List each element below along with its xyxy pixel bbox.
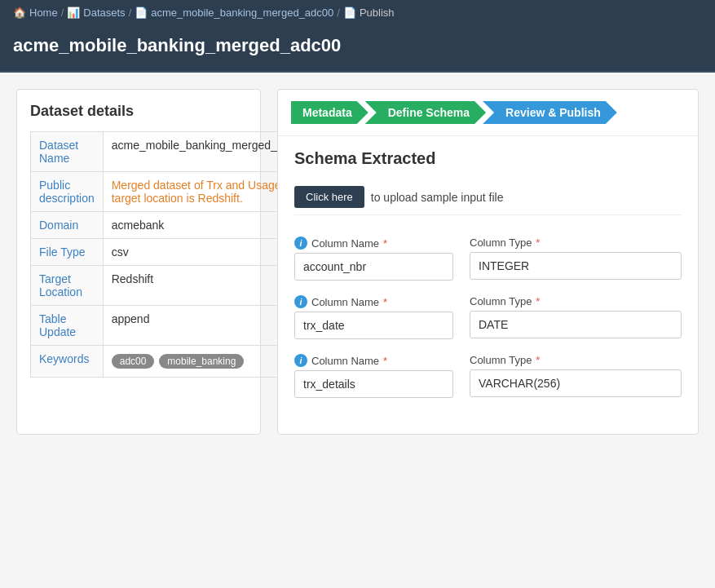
required-marker-3: * bbox=[383, 355, 387, 367]
breadcrumb-bar: 🏠 Home / 📊 Datasets / 📄 acme_mobile_bank… bbox=[0, 0, 715, 25]
required-marker-type-2: * bbox=[536, 295, 540, 307]
label-table-update: Table Update bbox=[31, 306, 104, 346]
field-group-column-type-3: Column Type * bbox=[470, 354, 682, 397]
info-icon-2: i bbox=[294, 295, 307, 308]
schema-row-2: i Column Name * Column Type * bbox=[294, 295, 682, 339]
column-name-label-1: i Column Name * bbox=[294, 237, 453, 250]
column-name-input-2[interactable] bbox=[294, 312, 453, 339]
field-group-column-name-1: i Column Name * bbox=[294, 237, 453, 281]
step-metadata[interactable]: Metadata bbox=[291, 101, 369, 124]
page-title: acme_mobile_banking_merged_adc00 bbox=[0, 25, 715, 73]
column-type-input-2[interactable] bbox=[470, 311, 682, 338]
click-here-bar: Click here to upload sample input file bbox=[294, 179, 682, 215]
step-review-publish[interactable]: Review & Publish bbox=[483, 101, 617, 124]
column-type-label-1: Column Type * bbox=[470, 237, 682, 249]
dataset-details-heading: Dataset details bbox=[30, 103, 247, 120]
label-keywords: Keywords bbox=[31, 346, 104, 378]
schema-section: Schema Extracted Click here to upload sa… bbox=[278, 135, 698, 434]
table-row: File Type csv bbox=[31, 239, 317, 266]
dataset-details-panel: Dataset details Dataset Name acme_mobile… bbox=[16, 89, 261, 435]
right-panel: Metadata Define Schema Review & Publish … bbox=[277, 89, 699, 435]
publish-icon: 📄 bbox=[343, 7, 356, 19]
sep3: / bbox=[337, 7, 340, 19]
field-group-column-type-1: Column Type * bbox=[470, 237, 682, 280]
required-marker-1: * bbox=[383, 237, 387, 250]
required-marker-type-1: * bbox=[536, 237, 540, 249]
field-group-column-name-2: i Column Name * bbox=[294, 295, 453, 339]
label-domain: Domain bbox=[31, 212, 104, 239]
table-row: Keywords adc00 mobile_banking bbox=[31, 346, 317, 378]
breadcrumb-home[interactable]: Home bbox=[29, 7, 58, 19]
column-type-label-3: Column Type * bbox=[470, 354, 682, 366]
column-name-input-1[interactable] bbox=[294, 253, 453, 281]
column-name-input-3[interactable] bbox=[294, 370, 453, 398]
main-content: Dataset details Dataset Name acme_mobile… bbox=[0, 73, 715, 451]
upload-text: to upload sample input file bbox=[371, 191, 504, 204]
required-marker-2: * bbox=[383, 296, 387, 308]
info-icon-3: i bbox=[294, 354, 307, 367]
table-row: Dataset Name acme_mobile_banking_merged_… bbox=[31, 132, 317, 172]
datasets-icon: 📊 bbox=[67, 7, 80, 19]
click-here-button[interactable]: Click here bbox=[294, 186, 364, 208]
required-marker-type-3: * bbox=[536, 354, 540, 366]
table-row: Domain acmebank bbox=[31, 212, 317, 239]
column-type-label-2: Column Type * bbox=[470, 295, 682, 307]
badge-mobile-banking: mobile_banking bbox=[159, 354, 244, 369]
label-target-location: Target Location bbox=[31, 266, 104, 306]
sep1: / bbox=[61, 7, 64, 19]
breadcrumb-current: Publish bbox=[360, 7, 395, 19]
breadcrumb-datasets[interactable]: Datasets bbox=[83, 7, 125, 19]
table-row: Table Update append bbox=[31, 306, 317, 346]
table-row: Public description Merged dataset of Trx… bbox=[31, 172, 317, 212]
dataset-icon: 📄 bbox=[135, 7, 148, 19]
schema-row-3: i Column Name * Column Type * bbox=[294, 354, 682, 398]
label-public-desc: Public description bbox=[31, 172, 104, 212]
details-table: Dataset Name acme_mobile_banking_merged_… bbox=[30, 131, 317, 378]
step-review-publish-label: Review & Publish bbox=[505, 106, 601, 119]
label-file-type: File Type bbox=[31, 239, 104, 266]
field-group-column-name-3: i Column Name * bbox=[294, 354, 453, 398]
sep2: / bbox=[129, 7, 132, 19]
badge-adc00: adc00 bbox=[112, 354, 155, 369]
column-type-input-3[interactable] bbox=[470, 369, 682, 397]
home-icon: 🏠 bbox=[13, 7, 26, 19]
stepper: Metadata Define Schema Review & Publish bbox=[278, 90, 698, 135]
step-metadata-label: Metadata bbox=[302, 106, 352, 119]
column-name-label-2: i Column Name * bbox=[294, 295, 453, 308]
info-icon-1: i bbox=[294, 237, 307, 250]
column-name-label-3: i Column Name * bbox=[294, 354, 453, 367]
schema-title: Schema Extracted bbox=[294, 149, 682, 168]
table-row: Target Location Redshift bbox=[31, 266, 317, 306]
field-group-column-type-2: Column Type * bbox=[470, 295, 682, 338]
breadcrumb-dataset[interactable]: acme_mobile_banking_merged_adc00 bbox=[151, 7, 333, 19]
step-define-schema[interactable]: Define Schema bbox=[365, 101, 486, 124]
label-dataset-name: Dataset Name bbox=[31, 132, 104, 172]
schema-rows: i Column Name * Column Type * bbox=[294, 228, 682, 421]
step-define-schema-label: Define Schema bbox=[388, 106, 470, 119]
column-type-input-1[interactable] bbox=[470, 252, 682, 280]
schema-row-1: i Column Name * Column Type * bbox=[294, 237, 682, 281]
